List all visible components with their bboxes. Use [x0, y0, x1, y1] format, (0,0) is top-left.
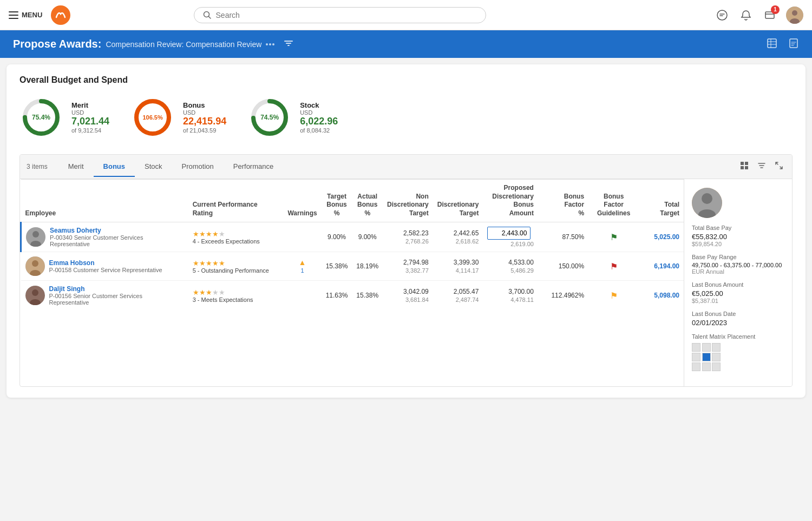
non-disc-target-cell: 3,042.09 3,681.84: [383, 281, 433, 311]
col-actual-bonus: ActualBonus%: [352, 180, 383, 222]
talent-cell-6: [712, 353, 721, 361]
svg-point-3: [717, 10, 727, 20]
nav-icons: 1: [715, 6, 803, 24]
search-input[interactable]: [216, 11, 477, 19]
search-bar[interactable]: [194, 7, 486, 23]
employee-id: P-00340 Senior Customer Services Represe…: [50, 234, 184, 247]
disc-target-cell: 2,442.65 2,618.62: [433, 222, 483, 252]
table-row[interactable]: Daljit Singh P-00156 Senior Customer Ser…: [21, 281, 684, 311]
actual-bonus-pct-cell: 18.19%: [352, 252, 383, 281]
employee-name[interactable]: Daljit Singh: [49, 285, 184, 293]
svg-point-33: [32, 289, 38, 296]
menu-button[interactable]: MENU: [9, 11, 42, 19]
stock-currency: USD: [300, 109, 338, 116]
col-non-disc: NonDiscretionaryTarget: [383, 180, 433, 222]
merit-info: Merit USD 7,021.44 of 9,312.54: [71, 101, 109, 134]
col-target-bonus: TargetBonus%: [322, 180, 352, 222]
proposed-cell: 3,700.00 4,478.11: [483, 281, 538, 311]
inbox-icon[interactable]: 1: [762, 8, 777, 23]
base-pay-range-currency: EUR Annual: [692, 268, 784, 275]
grid-view-button[interactable]: [738, 159, 751, 174]
talent-cell-9: [712, 362, 721, 371]
pdf-icon[interactable]: [788, 38, 799, 50]
main-content: Overall Budget and Spend 75.4% Merit USD…: [6, 64, 806, 398]
bonus-currency: USD: [183, 109, 226, 116]
expand-button[interactable]: [772, 159, 785, 174]
tab-merit[interactable]: Merit: [58, 157, 94, 177]
merit-amount: 7,021.44: [71, 116, 109, 127]
proposed-amount-sub: 4,478.11: [487, 296, 533, 303]
side-panel-avatar: [692, 188, 722, 218]
bonus-factor-pct-cell: 112.4962%: [538, 281, 588, 311]
tab-promotion[interactable]: Promotion: [172, 157, 224, 177]
employee-name[interactable]: Seamus Doherty: [50, 227, 184, 234]
svg-rect-15: [790, 39, 797, 48]
last-bonus-usd: $5,387.01: [692, 298, 784, 304]
total-base-pay-usd: $59,854.20: [692, 241, 784, 247]
spreadsheet-icon[interactable]: [767, 38, 777, 50]
last-bonus-date-field: Last Bonus Date 02/01/2023: [692, 311, 784, 327]
tab-bonus[interactable]: Bonus: [94, 157, 135, 177]
rating-label: 4 - Exceeds Expectations: [193, 238, 279, 245]
warnings-cell: [283, 222, 321, 252]
stock-info: Stock USD 6,022.96 of 8,084.32: [300, 101, 338, 134]
page-title: Propose Awards:: [13, 38, 101, 50]
total-target-value[interactable]: 5,098.00: [654, 292, 679, 299]
filter-icon[interactable]: [283, 38, 294, 50]
employee-name[interactable]: Emma Hobson: [49, 259, 162, 267]
stock-amount: 6,022.96: [300, 116, 338, 127]
disc-target-value: 2,055.47: [437, 288, 479, 295]
non-disc-sub: 3,681.84: [387, 296, 429, 303]
proposed-amount-input[interactable]: [487, 227, 531, 240]
svg-point-36: [702, 193, 712, 204]
total-base-pay-label: Total Base Pay: [692, 225, 784, 231]
last-bonus-amount-field: Last Bonus Amount €5,025.00 $5,387.01: [692, 281, 784, 304]
filter-button[interactable]: [755, 159, 768, 174]
col-warnings: Warnings: [283, 180, 321, 222]
flag-icon: ⚑: [610, 233, 618, 242]
content-area: Employee Current Performance Rating Warn…: [20, 179, 792, 386]
talent-cell-2: [702, 343, 711, 352]
bonus-widget: 106.5% Bonus USD 22,415.94 of 21,043.59: [131, 96, 226, 139]
total-base-pay-eur: €55,832.00: [692, 233, 784, 241]
warnings-cell: ▲1: [283, 252, 321, 281]
stock-pct-label: 74.5%: [248, 96, 291, 139]
rating-label: 3 - Meets Expectations: [193, 296, 279, 303]
col-employee: Employee: [21, 180, 188, 222]
table-row[interactable]: Emma Hobson P-00158 Customer Service Rep…: [21, 252, 684, 281]
total-target-value[interactable]: 6,194.00: [654, 262, 679, 270]
talent-matrix-grid: [692, 343, 721, 371]
col-total-target: Total Target: [639, 180, 684, 222]
svg-rect-9: [286, 43, 291, 44]
col-bonus-guidelines: Bonus FactorGuidelines: [588, 180, 639, 222]
page-header: Propose Awards: Compensation Review: Com…: [0, 30, 812, 58]
tab-performance[interactable]: Performance: [224, 157, 283, 177]
message-icon[interactable]: [715, 8, 730, 23]
talent-cell-7: [692, 362, 700, 371]
disc-target-cell: 2,055.47 2,487.74: [433, 281, 483, 311]
workday-logo: [51, 5, 70, 25]
table-row[interactable]: Seamus Doherty P-00340 Senior Customer S…: [21, 222, 684, 252]
tab-stock[interactable]: Stock: [135, 157, 172, 177]
bonus-factor-pct-cell: 150.00%: [538, 252, 588, 281]
actual-bonus-pct-cell: 9.00%: [352, 222, 383, 252]
hamburger-icon: [9, 11, 18, 19]
proposed-cell[interactable]: 2,619.00: [483, 222, 538, 252]
disc-target-value: 3,399.30: [437, 259, 479, 266]
disc-target-value: 2,442.65: [437, 229, 479, 237]
total-target-value[interactable]: 5,025.00: [654, 233, 679, 241]
overflow-dots[interactable]: [266, 43, 274, 45]
col-disc-target: DiscretionaryTarget: [433, 180, 483, 222]
user-avatar[interactable]: [786, 6, 803, 24]
notification-icon[interactable]: [738, 8, 754, 23]
merit-pct-label: 75.4%: [19, 96, 63, 139]
performance-rating-cell: ★★★★★ 5 - Outstanding Performance: [188, 252, 284, 281]
last-bonus-date-value: 02/01/2023: [692, 319, 784, 327]
bonus-label: Bonus: [183, 101, 226, 109]
bonus-guidelines-cell: ⚑: [588, 222, 639, 252]
last-bonus-date-label: Last Bonus Date: [692, 311, 784, 317]
bonus-factor-pct-cell: 87.50%: [538, 222, 588, 252]
stock-donut: 74.5%: [248, 96, 291, 139]
merit-label: Merit: [71, 101, 109, 109]
merit-donut: 75.4%: [19, 96, 63, 139]
